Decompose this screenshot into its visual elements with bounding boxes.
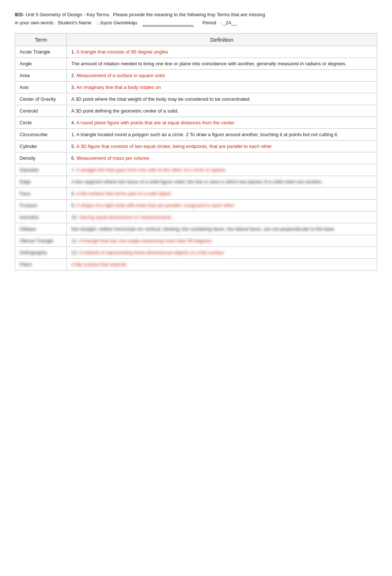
term-cell: Plane [15, 259, 67, 270]
term-cell: Obtuse Triangle [15, 235, 67, 247]
term-cell: Frustum [15, 200, 67, 211]
ied-label: IED [15, 12, 23, 17]
name-blank: ___________________ [142, 19, 194, 27]
table-row: EdgeA line segment where two faces of a … [15, 176, 377, 188]
def-cell: The amount of rotation needed to bring o… [67, 58, 377, 70]
table-row: Frustum9. A shape of a right solid with … [15, 200, 377, 211]
table-row: Cylinder5. A 3D figure that consists of … [15, 141, 377, 152]
table-row: Orthographic12. A method of representing… [15, 247, 377, 259]
table-row: Diameter7. A straight line that goes fro… [15, 164, 377, 176]
def-cell: A 3D point where the total weight of the… [67, 93, 377, 105]
term-cell: Axis [15, 82, 67, 93]
page: IED- Unit 5 Geometry of Design - Key Ter… [0, 0, 392, 285]
term-cell: Circle [15, 117, 67, 129]
header-subtitle: - Unit 5 Geometry of Design - Key Terms. [23, 12, 110, 17]
header-line2: in your own words . Student's Name : Joy… [15, 19, 377, 27]
period-label: Period [202, 20, 216, 25]
def-cell: 1. A triangle located round a polygon su… [67, 129, 377, 141]
period-value: : _2A__ [220, 20, 237, 25]
table-row: PlaneA flat surface that extends [15, 259, 377, 270]
table-row: Isometric10. Having equal dimensions or … [15, 211, 377, 223]
table-row: Axis3. An imaginary line that a body rot… [15, 82, 377, 93]
def-cell: 6. Measurement of mass per volume [67, 152, 377, 164]
header: IED- Unit 5 Geometry of Design - Key Ter… [15, 11, 377, 27]
header-instruction: Please provide the meaning to the follow… [113, 12, 265, 17]
term-cell: Orthographic [15, 247, 67, 259]
col-header-def: Definition [67, 34, 377, 46]
table-row: Circle4. A round plane figure with point… [15, 117, 377, 129]
term-cell: Centroid [15, 105, 67, 117]
term-cell: Isometric [15, 211, 67, 223]
col-header-term: Term [15, 34, 67, 46]
term-cell: Area [15, 70, 67, 82]
term-cell: Density [15, 152, 67, 164]
student-label: . Student's Name [55, 20, 91, 25]
student-name: : Joyce Gworlekaju [97, 20, 137, 25]
terms-table: Term Definition Acute Triangle1. A trian… [15, 33, 377, 270]
table-row: Acute Triangle1. A triangle that consist… [15, 46, 377, 58]
table-row: Center of GravityA 3D point where the to… [15, 93, 377, 105]
term-cell: Center of Gravity [15, 93, 67, 105]
term-cell: Face [15, 188, 67, 200]
def-cell: 12. A method of representing three-dimen… [67, 247, 377, 259]
def-cell: 11. A triangle that has one angle measur… [67, 235, 377, 247]
def-cell: A 3D point defining the geometric center… [67, 105, 377, 117]
def-cell: Not straight; neither horizontal nor ver… [67, 223, 377, 235]
term-cell: Oblique [15, 223, 67, 235]
def-cell: 9. A shape of a right solid with ends th… [67, 200, 377, 211]
table-row: AngleThe amount of rotation needed to br… [15, 58, 377, 70]
def-cell: 5. A 3D figure that consists of two equa… [67, 141, 377, 152]
table-row: Obtuse Triangle11. A triangle that has o… [15, 235, 377, 247]
def-cell: 3. An imaginary line that a body rotates… [67, 82, 377, 93]
term-cell: Diameter [15, 164, 67, 176]
table-row: Face8. A flat surface that forms part of… [15, 188, 377, 200]
def-cell: A flat surface that extends [67, 259, 377, 270]
term-cell: Angle [15, 58, 67, 70]
in-own-words: in your own words [15, 20, 54, 25]
def-cell: 4. A round plane figure with points that… [67, 117, 377, 129]
term-cell: Acute Triangle [15, 46, 67, 58]
term-cell: Edge [15, 176, 67, 188]
header-line1: IED- Unit 5 Geometry of Design - Key Ter… [15, 11, 377, 18]
def-cell: 10. Having equal dimensions or measureme… [67, 211, 377, 223]
term-cell: Circumscribe [15, 129, 67, 141]
table-row: Circumscribe1. A triangle located round … [15, 129, 377, 141]
table-row: CentroidA 3D point defining the geometri… [15, 105, 377, 117]
def-cell: 8. A flat surface that forms part of a s… [67, 188, 377, 200]
term-cell: Cylinder [15, 141, 67, 152]
table-row: Area2. Measurement of a surface in squar… [15, 70, 377, 82]
table-row: Density6. Measurement of mass per volume [15, 152, 377, 164]
table-row: ObliqueNot straight; neither horizontal … [15, 223, 377, 235]
def-cell: 7. A straight line that goes from one si… [67, 164, 377, 176]
def-cell: A line segment where two faces of a soli… [67, 176, 377, 188]
def-cell: 2. Measurement of a surface in square un… [67, 70, 377, 82]
def-cell: 1. A triangle that consists of 90 degree… [67, 46, 377, 58]
